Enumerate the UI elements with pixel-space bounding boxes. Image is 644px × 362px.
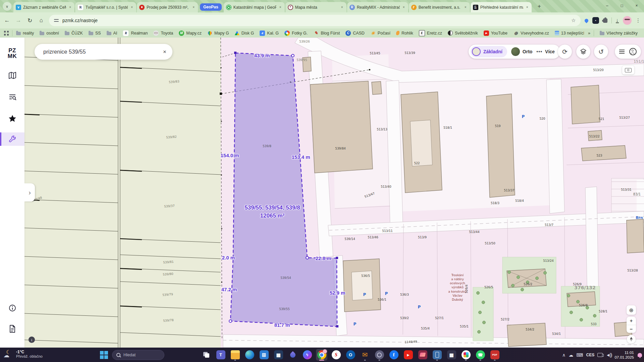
history-button[interactable]: ↺ <box>594 45 608 59</box>
pzmk-logo[interactable]: PZ MK <box>0 48 24 59</box>
clock[interactable]: 11:01 07.01.2025 <box>614 350 634 360</box>
bookmark-item[interactable]: 13 nejlepších zdrojů... <box>552 30 584 37</box>
sidebar-item-documents[interactable] <box>0 323 24 335</box>
bookmark-item[interactable]: ČÚZK <box>62 30 85 37</box>
basemap-ortho-chip[interactable]: Orto <box>511 47 533 56</box>
messenger-taskbar-button[interactable]: ϟ <box>302 349 313 361</box>
start-button[interactable] <box>99 350 109 360</box>
bookmarks-overflow-icon[interactable]: » <box>588 31 590 36</box>
home-icon[interactable]: ⌂ <box>38 17 45 24</box>
downloads-icon[interactable]: ↓ <box>616 18 619 23</box>
bookmark-item[interactable]: Rohlik <box>394 30 416 37</box>
tab-close-icon[interactable]: × <box>278 5 282 9</box>
outlook-taskbar-button[interactable]: O <box>345 349 356 361</box>
whatsapp-taskbar-button[interactable]: ☎ <box>475 349 486 361</box>
bookmark-item[interactable]: osobní <box>37 30 61 37</box>
url-text[interactable]: pzmk.cz/nastroje <box>62 18 568 23</box>
bookmark-item[interactable]: Světoběžník <box>445 29 480 37</box>
site-settings-icon[interactable] <box>54 18 59 23</box>
calendar-taskbar-button[interactable]: ▦ <box>273 349 284 361</box>
bookmark-item[interactable]: ☀Počasí <box>368 29 393 37</box>
browser-tab[interactable]: *Mapa města× <box>285 2 346 12</box>
map-search-input[interactable]: prizrenice 539/55 <box>43 49 163 55</box>
forward-icon[interactable]: → <box>15 17 22 24</box>
youtube2-taskbar-button[interactable]: ▶ <box>402 349 414 361</box>
bookmark-item[interactable]: EEretz.cz <box>417 29 444 37</box>
bookmark-item[interactable]: 4Kal. G <box>257 29 281 37</box>
bookmark-item[interactable]: AI <box>104 30 120 37</box>
sidebar-expand-button[interactable]: › <box>24 183 35 201</box>
language-indicator[interactable]: CES <box>586 353 595 357</box>
photosapp-taskbar-button[interactable] <box>417 349 428 361</box>
bookmark-item[interactable]: SS <box>86 30 103 37</box>
compass-button[interactable] <box>627 335 636 344</box>
zoom-in-button[interactable]: + <box>627 317 636 325</box>
screenshot-button[interactable] <box>622 66 634 74</box>
apps-grid-icon[interactable] <box>4 31 9 36</box>
tab-close-icon[interactable]: × <box>340 5 344 9</box>
bookmark-star-icon[interactable]: ☆ <box>571 17 576 23</box>
browser-tab[interactable]: vZáznam z webináře CeMap× <box>13 2 74 12</box>
paint3d-taskbar-button[interactable] <box>287 349 299 361</box>
map-search-box[interactable]: prizrenice 539/55 × <box>35 44 172 60</box>
tab-close-icon[interactable]: × <box>130 5 134 9</box>
bookmark-item[interactable]: ▶YouTube <box>481 29 510 37</box>
basemap-basic-chip[interactable]: Základní <box>471 46 507 57</box>
back-icon[interactable]: ← <box>3 17 11 24</box>
map-canvas[interactable]: 539/26539/95539/83539/82539/37539/48539/… <box>24 38 644 348</box>
store-taskbar-button[interactable]: ⊞ <box>258 349 270 361</box>
camera-taskbar-button[interactable] <box>374 349 385 361</box>
bookmark-item[interactable]: MMapy.cz <box>176 29 204 37</box>
chrome-taskbar-button[interactable] <box>316 349 327 361</box>
tab-close-icon[interactable]: × <box>402 5 406 9</box>
sidebar-item-favorites[interactable] <box>0 112 24 124</box>
bookmark-item[interactable]: Toyota <box>151 29 175 37</box>
all-bookmarks-button[interactable]: Všechny záložky <box>597 30 640 37</box>
bookmark-item[interactable]: RRealman <box>120 29 150 37</box>
tray-expand-icon[interactable]: ∧ <box>562 352 566 358</box>
browser-tab[interactable]: FBenefit investment, a.s. (Iva× <box>409 2 470 12</box>
notifications-bell-icon[interactable] <box>638 353 642 357</box>
tab-close-icon[interactable]: × <box>525 5 529 9</box>
mailorange-taskbar-button[interactable]: ✉ <box>359 349 371 361</box>
location-pin-extension-icon[interactable] <box>584 18 589 23</box>
sidebar-item-maps[interactable] <box>0 69 24 81</box>
keyboard-icon[interactable]: ⌨ <box>576 352 583 358</box>
search-clear-icon[interactable]: × <box>163 49 166 55</box>
bookmark-item[interactable]: Fotky G. <box>282 29 310 37</box>
extensions-puzzle-icon[interactable] <box>603 18 607 23</box>
map-info-button[interactable]: i <box>29 337 35 343</box>
bookmark-item[interactable]: ⊕Vsevyhodne.cz <box>511 29 551 37</box>
profile-avatar[interactable] <box>623 16 632 25</box>
taskview-taskbar-button[interactable] <box>201 349 212 361</box>
edge-taskbar-button[interactable] <box>244 349 255 361</box>
close-button[interactable]: × <box>629 0 644 11</box>
taskbar-weather-widget[interactable]: ☾ ☁ -1°C Převáž. oblačno <box>3 349 43 359</box>
account-icon[interactable] <box>629 48 637 55</box>
tab-close-icon[interactable]: × <box>192 5 196 9</box>
layers-button[interactable] <box>576 45 590 59</box>
pdf-taskbar-button[interactable]: PDF <box>489 349 500 361</box>
browser-tab[interactable]: PZ MKPřehledné katastrální mapy× <box>471 2 532 12</box>
volume-icon[interactable]: ◄)) <box>606 352 611 358</box>
address-bar[interactable]: pzmk.cz/nastroje ☆ <box>49 15 581 26</box>
browser-tab[interactable]: Prodej pole 250933 m², Mě× <box>137 2 198 12</box>
sidebar-item-tools[interactable] <box>0 133 24 145</box>
tab-close-icon[interactable]: × <box>464 5 468 9</box>
rotate-3d-button[interactable]: ⟳ <box>558 45 572 59</box>
sidebar-item-search-list[interactable] <box>0 91 24 103</box>
bookmark-item[interactable]: Disk G <box>232 30 257 37</box>
bookmark-item[interactable]: Mapy G <box>205 29 231 37</box>
menu-icon[interactable] <box>619 51 625 52</box>
bookmark-item[interactable]: reality <box>14 30 36 37</box>
tab-close-icon[interactable]: × <box>68 5 72 9</box>
browser-tab[interactable]: RTvůjmakléř s.r.o. | Systém Re× <box>75 2 136 12</box>
browser-tab[interactable]: RRealityMIX - Administrační× <box>347 2 408 12</box>
browser-menu-icon[interactable]: ⋮ <box>636 17 641 23</box>
browser-tab[interactable]: Katastrální mapa | Geo­Pas.c× <box>224 2 285 12</box>
maximize-button[interactable]: □ <box>614 0 629 11</box>
explorer-taskbar-button[interactable] <box>229 349 241 361</box>
teams-taskbar-button[interactable]: T <box>215 349 226 361</box>
bookmark-item[interactable]: ✎Blog Fürst <box>311 29 342 37</box>
slack-taskbar-button[interactable] <box>460 349 472 361</box>
